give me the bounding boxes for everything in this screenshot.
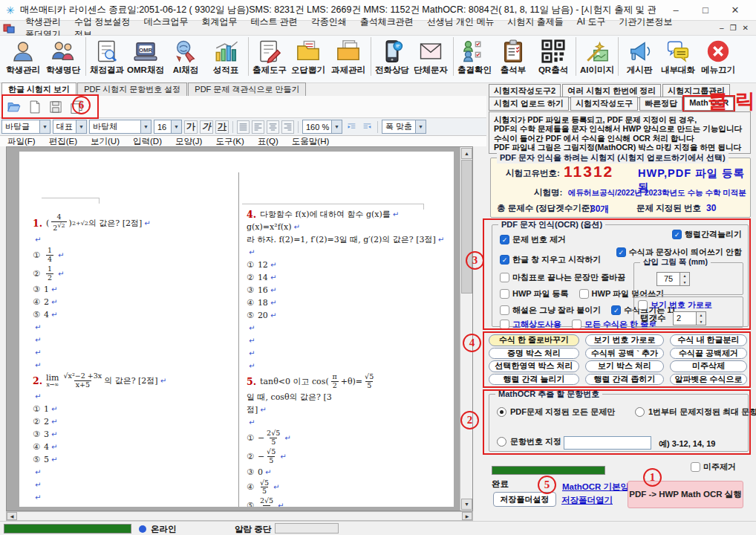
checkbox-remove-endnote[interactable]: 미주제거 — [691, 461, 736, 473]
hwp-menu-item[interactable]: 모양(J) — [175, 136, 202, 147]
radio-all-assigned[interactable]: PDF문제 지정된 모든 문제만 — [497, 406, 615, 418]
hwp-menu-item[interactable]: 파일(F) — [7, 136, 36, 147]
toolbar-button[interactable]: 출석부 — [493, 37, 533, 76]
hwp-menu-item[interactable]: 도구(K) — [215, 136, 244, 147]
toolbar-button[interactable]: 과제관리 — [328, 37, 368, 76]
font-dropdown[interactable]: 바탕체▼ — [89, 120, 151, 134]
rep-dropdown[interactable]: 대표▼ — [53, 120, 87, 134]
align-center-button[interactable] — [267, 120, 279, 134]
formula-tool-button[interactable]: 수식뒤 공백 ` 추가 — [585, 348, 664, 360]
formula-tool-button[interactable]: 보기 박스 처리 — [585, 360, 664, 372]
formula-tool-button[interactable]: 알파벳은 수식으로 — [670, 374, 747, 386]
checkbox-linebreak-period[interactable]: 마침표로 끝나는 문장만 줄바꿈 — [500, 272, 625, 283]
scrollbar-thumb[interactable] — [461, 160, 472, 294]
scroll-down-icon[interactable]: ▼ — [461, 499, 472, 510]
formula-tool-button[interactable]: 수식끝 공백제거 — [670, 348, 747, 360]
formula-tool-button[interactable]: 수식 내 한글분리 — [670, 334, 747, 346]
alarm-stop-field[interactable] — [275, 523, 339, 534]
menu-item[interactable]: AI 도구 — [570, 16, 613, 27]
toolbar-button[interactable]: QR출석 — [533, 37, 573, 76]
formula-tool-button[interactable]: 선택한영역 박스 처리 — [489, 360, 579, 372]
formula-tool-button[interactable]: 증명 박스 처리 — [489, 348, 579, 360]
radio-from-one[interactable]: 1번부터 문제지정된 최대 문항번호 — [635, 406, 756, 418]
toolbar-button[interactable]: AI채점 — [166, 37, 206, 76]
hwp-menu-item[interactable]: 편집(E) — [49, 136, 77, 147]
mdi-close-button[interactable]: ✕ — [743, 24, 749, 32]
menu-item[interactable]: 기관기본정보 — [612, 16, 679, 27]
checkbox-row-spacing[interactable]: 행렬간격늘리기 — [672, 229, 742, 240]
italic-button[interactable]: 가 — [200, 120, 213, 134]
right-tab[interactable]: 시험지작성도구 — [570, 97, 638, 111]
formula-tool-button[interactable]: 행렬 간격 좁히기 — [585, 374, 664, 386]
align-left-button[interactable] — [252, 120, 264, 134]
menu-item[interactable]: 학생관리 — [19, 16, 68, 27]
toolbar-button[interactable]: 성적표 — [206, 37, 246, 76]
toolbar-button[interactable]: 출결확인 — [453, 37, 493, 76]
file-toolbar-icon[interactable] — [27, 100, 42, 114]
toolbar-button[interactable]: 출제도구 — [248, 37, 288, 76]
font-size-dropdown[interactable]: 16▼ — [154, 120, 182, 134]
radio-specify-numbers[interactable]: 문항번호 지정 — [497, 436, 561, 447]
bold-button[interactable]: 가 — [184, 120, 198, 134]
toolbar-button[interactable]: 채점결과 — [85, 37, 126, 76]
minimize-button[interactable]: – — [661, 4, 691, 16]
toolbar-button[interactable]: OMR OMR채점 — [126, 37, 166, 76]
toolbar-button[interactable]: 전화상담 — [371, 37, 411, 76]
horizontal-scrollbar[interactable]: ◀ ▶ — [6, 511, 473, 521]
menu-item[interactable]: 회계업무 — [195, 16, 244, 27]
file-toolbar-icon[interactable] — [7, 100, 22, 114]
zoom-dropdown[interactable]: 160 %▼ — [302, 120, 342, 134]
toolbar-button[interactable]: 학생명단 — [43, 37, 83, 76]
mdi-restore-button[interactable]: ❐ — [730, 24, 737, 32]
toolbar-button[interactable]: 학생관리 — [3, 37, 43, 76]
checkbox-view-horizontal[interactable]: 보기 번호 가로로 — [638, 299, 712, 311]
indent-increase-button[interactable] — [360, 120, 374, 134]
menu-item[interactable]: 테스트 관련 — [244, 16, 304, 27]
toolbar-button[interactable]: 오답뽑기 — [288, 37, 328, 76]
toolbar-button[interactable]: 게시판 — [618, 37, 658, 76]
checkbox-remove-number[interactable]: 문제 번호 제거 — [500, 234, 566, 245]
checkbox-clear-hwp[interactable]: 한글 창 지우고 시작하기 — [500, 254, 601, 265]
toolbar-button[interactable]: 메뉴끄기 — [698, 37, 738, 76]
right-tab[interactable]: 시험지 업로드 하기 — [489, 97, 569, 111]
open-save-folder-link[interactable]: 저장폴더열기 — [561, 495, 613, 506]
scroll-right-icon[interactable]: ▶ — [462, 512, 472, 520]
checkbox-no-space-formula[interactable]: 수식과 문장사이 띄어쓰기 안함 — [616, 247, 742, 258]
menu-item[interactable]: 데스크업무 — [137, 16, 195, 27]
question-numbers-input[interactable] — [564, 436, 651, 450]
editor-tab[interactable]: PDF 시험지 문항번호 설정 — [77, 82, 187, 96]
formula-tool-button[interactable]: 미주삭제 — [670, 360, 747, 372]
close-button[interactable]: ✕ — [720, 4, 750, 16]
tab-count-stepper[interactable]: 2▲▼ — [673, 311, 706, 325]
menu-item[interactable]: 각종인쇄 — [304, 16, 353, 27]
checkbox-resolution[interactable]: 고해상도사용 — [500, 319, 561, 330]
menu-item[interactable]: 시험지 출제들 — [501, 16, 570, 27]
right-tab[interactable]: 빠른정답 — [639, 97, 682, 111]
formula-tool-button[interactable]: 행렬 간격 늘리기 — [489, 374, 579, 386]
toolbar-button[interactable]: 내부대화 — [658, 37, 698, 76]
align-right-button[interactable] — [281, 120, 294, 134]
indent-decrease-button[interactable] — [345, 120, 358, 134]
image-width-stepper[interactable]: 75▲▼ — [656, 272, 690, 286]
editor-tab[interactable]: 한글 시험지 보기 — [1, 82, 76, 96]
underline-button[interactable]: 가 — [215, 120, 229, 134]
scroll-up-icon[interactable]: ▲ — [461, 148, 472, 159]
align-justify-button[interactable] — [237, 120, 250, 134]
vertical-scrollbar[interactable]: ▲ ▼ — [460, 147, 472, 510]
toolbar-button[interactable]: 단체문자 — [411, 37, 451, 76]
menu-item[interactable]: 수업 정보설정 — [68, 16, 137, 27]
hwp-menu-item[interactable]: 표(Q) — [258, 136, 278, 147]
menu-item[interactable]: 출석체크관련 — [353, 16, 420, 27]
hwp-menu-item[interactable]: 입력(D) — [133, 136, 162, 147]
mdi-minimize-button[interactable]: – — [720, 24, 724, 32]
save-folder-settings-button[interactable]: 저장폴더설정 — [493, 492, 556, 507]
hwp-menu-item[interactable]: 도움말(H) — [292, 136, 329, 147]
fit-width-dropdown[interactable]: 폭 맞춤▼ — [382, 120, 426, 134]
hwp-menu-item[interactable]: 보기(U) — [91, 136, 120, 147]
formula-tool-button[interactable]: 수식 한 줄로바꾸기 — [489, 334, 579, 346]
formula-tool-button[interactable]: 보기 번호 가로로 — [585, 334, 664, 346]
toolbar-button[interactable]: AI이미지 — [576, 37, 616, 76]
maximize-button[interactable]: □ — [691, 4, 720, 16]
editor-tab[interactable]: PDF 문제 객관식으로 만들기 — [188, 82, 306, 96]
checkbox-explanation[interactable]: 해설은 그냥 잘라 붙이기 — [500, 305, 601, 316]
